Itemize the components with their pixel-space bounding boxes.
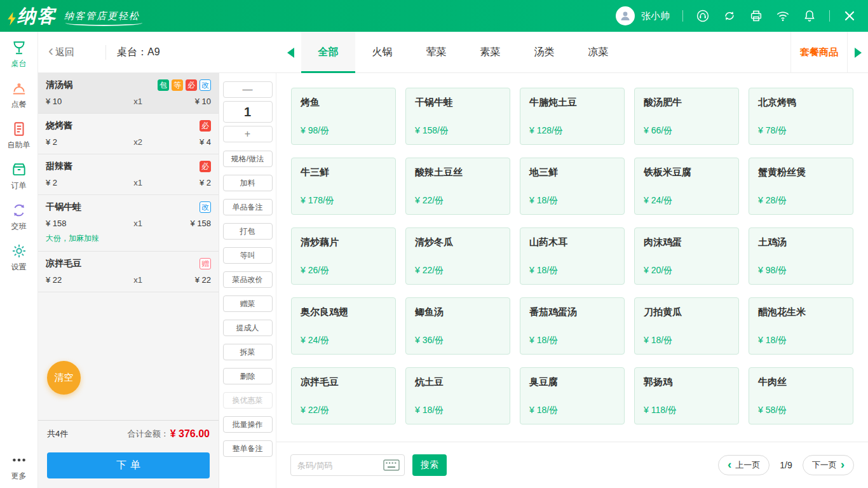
category-tab[interactable]: 全部: [301, 32, 355, 72]
chevron-left-icon: ‹: [728, 458, 731, 470]
sidebar-item-more[interactable]: 更多: [0, 452, 37, 482]
menu-footer: 搜索 ‹ 上一页 1/9 下一页 ›: [276, 442, 868, 488]
menu-item-card[interactable]: 干锅牛蛙 ¥ 158/份: [405, 88, 510, 145]
menu-item-name: 奥尔良鸡翅: [301, 306, 386, 318]
menu-item-price: ¥ 22/份: [301, 405, 329, 416]
order-item[interactable]: 凉拌毛豆 赠 ¥ 22 x1 ¥ 22: [38, 252, 219, 292]
menu-item-name: 牛三鲜: [301, 166, 386, 179]
order-item-total: ¥ 2: [154, 178, 211, 187]
action-button[interactable]: 打包: [223, 223, 273, 240]
prev-page-button[interactable]: ‹ 上一页: [718, 455, 770, 475]
menu-item-card[interactable]: 醋泡花生米 ¥ 18/份: [749, 297, 853, 355]
bell-icon[interactable]: [803, 9, 817, 23]
sidebar-item-tables[interactable]: 桌台: [0, 39, 37, 69]
category-tab[interactable]: 火锅: [355, 32, 409, 72]
menu-item-card[interactable]: 蟹黄粉丝煲 ¥ 28/份: [749, 158, 853, 215]
search-input[interactable]: [291, 461, 383, 470]
order-item[interactable]: 干锅牛蛙 改 ¥ 158 x1 ¥ 158 大份，加麻加辣: [38, 195, 219, 252]
clear-order-button[interactable]: 清空: [47, 361, 81, 395]
submit-order-button[interactable]: 下单: [47, 452, 210, 478]
action-button[interactable]: 赠菜: [223, 295, 273, 312]
keyboard-icon[interactable]: [383, 459, 400, 471]
avatar[interactable]: [616, 6, 635, 25]
sidebar-item-orders[interactable]: 订单: [0, 161, 37, 191]
order-item-name: 清汤锅: [46, 79, 158, 91]
action-button[interactable]: 菜品改价: [223, 271, 273, 288]
next-page-button[interactable]: 下一页 ›: [803, 455, 854, 475]
sidebar-item-shift[interactable]: 交班: [0, 202, 37, 232]
action-button[interactable]: 整单备注: [223, 440, 273, 457]
menu-item-card[interactable]: 刀拍黄瓜 ¥ 18/份: [634, 297, 739, 355]
brand-slogan: 纳客管店更轻松: [64, 10, 140, 22]
menu-item-card[interactable]: 牛肉丝 ¥ 58/份: [749, 367, 853, 424]
action-button[interactable]: 规格/做法: [223, 151, 273, 167]
action-button[interactable]: 提成人: [223, 320, 273, 336]
menu-item-card[interactable]: 烤鱼 ¥ 98/份: [291, 88, 396, 145]
close-icon[interactable]: [843, 9, 857, 23]
back-button[interactable]: ‹ 返回: [48, 32, 74, 72]
menu-item-price: ¥ 66/份: [644, 125, 672, 137]
tabs-scroll-left-icon[interactable]: [287, 48, 294, 58]
printer-icon[interactable]: [749, 9, 763, 23]
menu-item-card[interactable]: 北京烤鸭 ¥ 78/份: [749, 88, 853, 145]
order-item[interactable]: 烧烤酱 必 ¥ 2 x2 ¥ 4: [38, 114, 219, 154]
qty-plus-button[interactable]: +: [223, 126, 273, 142]
menu-item-card[interactable]: 肉沫鸡蛋 ¥ 20/份: [634, 227, 739, 285]
menu-item-card[interactable]: 清炒冬瓜 ¥ 22/份: [405, 227, 510, 285]
menu-item-card[interactable]: 地三鲜 ¥ 18/份: [520, 158, 625, 215]
shift-change-icon: [11, 202, 27, 219]
quantity-stepper: — 1 +: [223, 81, 273, 142]
menu-item-card[interactable]: 酸辣土豆丝 ¥ 22/份: [405, 158, 510, 215]
menu-item-price: ¥ 78/份: [758, 125, 787, 137]
wifi-icon[interactable]: [776, 9, 790, 23]
order-item-qty: x1: [122, 97, 154, 106]
order-item-badge: 等: [172, 79, 183, 91]
sidebar-item-self-order[interactable]: 自助单: [0, 121, 37, 151]
menu-item-card[interactable]: 铁板米豆腐 ¥ 24/份: [634, 158, 739, 215]
menu-item-card[interactable]: 土鸡汤 ¥ 98/份: [749, 227, 853, 285]
sync-icon[interactable]: [722, 9, 736, 23]
action-button[interactable]: 等叫: [223, 247, 273, 264]
qty-minus-button[interactable]: —: [223, 81, 273, 98]
menu-item-card[interactable]: 牛三鲜 ¥ 178/份: [291, 158, 396, 215]
menu-item-card[interactable]: 山药木耳 ¥ 18/份: [520, 227, 625, 285]
combo-products-button[interactable]: 套餐商品: [790, 32, 848, 72]
menu-item-card[interactable]: 炕土豆 ¥ 18/份: [405, 367, 510, 424]
menu-item-card[interactable]: 郭扬鸡 ¥ 118/份: [634, 367, 739, 424]
action-button[interactable]: 批量操作: [223, 416, 273, 433]
menu-item-card[interactable]: 鲫鱼汤 ¥ 36/份: [405, 297, 510, 355]
tabs-scroll-right-icon[interactable]: [855, 48, 862, 58]
next-page-label: 下一页: [812, 459, 837, 471]
menu-item-card[interactable]: 臭豆腐 ¥ 18/份: [520, 367, 625, 424]
menu-item-card[interactable]: 牛腩炖土豆 ¥ 128/份: [520, 88, 625, 145]
menu-item-card[interactable]: 凉拌毛豆 ¥ 22/份: [291, 367, 396, 424]
order-total-amount: ¥ 376.00: [170, 428, 210, 440]
category-tab[interactable]: 汤类: [517, 32, 571, 72]
category-tab[interactable]: 荤菜: [409, 32, 463, 72]
sidebar-item-label: 订单: [11, 180, 27, 191]
order-item[interactable]: 清汤锅 包等必改 ¥ 10 x1 ¥ 10: [38, 73, 219, 114]
menu-item-card[interactable]: 酸汤肥牛 ¥ 66/份: [634, 88, 739, 145]
category-tab[interactable]: 凉菜: [571, 32, 625, 72]
order-item[interactable]: 甜辣酱 必 ¥ 2 x1 ¥ 2: [38, 154, 219, 195]
order-item-price: ¥ 2: [46, 178, 122, 187]
action-button[interactable]: 加料: [223, 175, 273, 191]
action-button[interactable]: 删除: [223, 368, 273, 384]
topbar: 纳客 纳客管店更轻松 张小帅: [0, 0, 868, 32]
topbar-divider: [829, 10, 830, 22]
sidebar-item-ordering[interactable]: 点餐: [0, 80, 37, 110]
search-button[interactable]: 搜索: [412, 454, 447, 476]
service-icon[interactable]: [696, 9, 710, 23]
menu-item-card[interactable]: 番茄鸡蛋汤 ¥ 18/份: [520, 297, 625, 355]
action-button[interactable]: 换优惠菜: [223, 392, 273, 409]
category-tab[interactable]: 素菜: [463, 32, 517, 72]
sidebar-item-settings[interactable]: 设置: [0, 243, 37, 273]
menu-item-price: ¥ 98/份: [758, 265, 787, 276]
order-item-badge: 赠: [200, 258, 211, 269]
menu-item-card[interactable]: 奥尔良鸡翅 ¥ 24/份: [291, 297, 396, 355]
menu-item-card[interactable]: 清炒藕片 ¥ 26/份: [291, 227, 396, 285]
action-button[interactable]: 拆菜: [223, 344, 273, 360]
prev-page-label: 上一页: [735, 459, 760, 471]
order-item-name: 凉拌毛豆: [46, 258, 200, 269]
action-button[interactable]: 单品备注: [223, 199, 273, 215]
